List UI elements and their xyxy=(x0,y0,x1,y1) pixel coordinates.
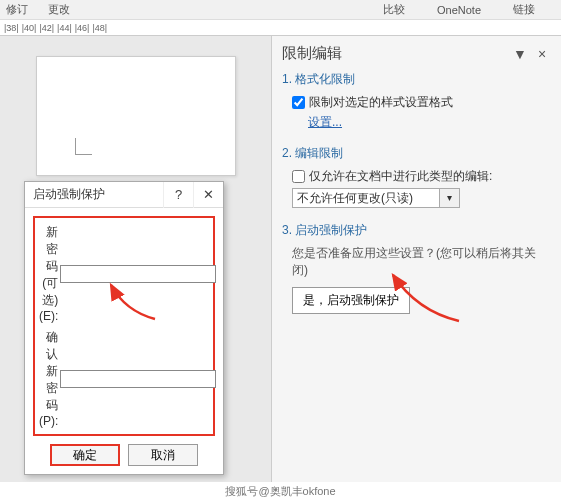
page xyxy=(36,56,236,176)
word-ribbon-fragment: 修订 更改 比较 OneNote 链接 xyxy=(0,0,561,20)
select-value: 不允许任何更改(只读) xyxy=(297,190,413,207)
yes-start-enforcing-button[interactable]: 是，启动强制保护 xyxy=(292,287,410,314)
panel-options-icon[interactable]: ▼ xyxy=(511,46,529,62)
dialog-titlebar: 启动强制保护 ? ✕ xyxy=(25,182,223,208)
checkbox-label: 限制对选定的样式设置格式 xyxy=(309,94,453,111)
editing-restrictions-section: 2. 编辑限制 仅允许在文档中进行此类型的编辑: 不允许任何更改(只读) ▾ xyxy=(282,145,551,208)
document-canvas[interactable]: 启动强制保护 ? ✕ 新密码(可选)(E): 确认新密码(P): xyxy=(0,36,271,482)
ok-button[interactable]: 确定 xyxy=(50,444,120,466)
ribbon-label: 更改 xyxy=(48,2,70,17)
editing-type-select[interactable]: 不允许任何更改(只读) xyxy=(292,188,440,208)
format-restrict-checkbox[interactable] xyxy=(292,96,305,109)
editing-restrict-checkbox[interactable] xyxy=(292,170,305,183)
format-restrictions-section: 1. 格式化限制 限制对选定的样式设置格式 设置... xyxy=(282,71,551,131)
editing-restrict-checkbox-row[interactable]: 仅允许在文档中进行此类型的编辑: xyxy=(292,168,551,185)
new-password-input[interactable] xyxy=(60,265,216,283)
close-icon[interactable]: × xyxy=(533,46,551,62)
enforce-protection-dialog: 启动强制保护 ? ✕ 新密码(可选)(E): 确认新密码(P): xyxy=(24,181,224,475)
section-description: 您是否准备应用这些设置？(您可以稍后将其关闭) xyxy=(292,245,551,279)
ribbon-label: 链接 xyxy=(513,2,535,17)
cancel-button[interactable]: 取消 xyxy=(128,444,198,466)
new-password-label: 新密码(可选)(E): xyxy=(39,224,60,323)
close-icon[interactable]: ✕ xyxy=(193,182,223,208)
confirm-password-input[interactable] xyxy=(60,370,216,388)
chevron-down-icon[interactable]: ▾ xyxy=(440,188,460,208)
help-button[interactable]: ? xyxy=(163,182,193,208)
format-restrict-checkbox-row[interactable]: 限制对选定的样式设置格式 xyxy=(292,94,551,111)
settings-link[interactable]: 设置... xyxy=(308,114,551,131)
section-heading: 3. 启动强制保护 xyxy=(282,222,551,239)
horizontal-ruler: |38| |40| |42| |44| |46| |48| xyxy=(0,20,561,36)
confirm-password-label: 确认新密码(P): xyxy=(39,329,60,428)
dialog-title: 启动强制保护 xyxy=(33,186,105,203)
ribbon-label: OneNote xyxy=(437,4,481,16)
checkbox-label: 仅允许在文档中进行此类型的编辑: xyxy=(309,168,492,185)
highlight-box: 新密码(可选)(E): 确认新密码(P): xyxy=(33,216,215,436)
ribbon-label: 修订 xyxy=(6,2,28,17)
panel-title: 限制编辑 xyxy=(282,44,342,63)
start-enforcement-section: 3. 启动强制保护 您是否准备应用这些设置？(您可以稍后将其关闭) 是，启动强制… xyxy=(282,222,551,314)
restrict-editing-panel: 限制编辑 ▼ × 1. 格式化限制 限制对选定的样式设置格式 设置... 2. … xyxy=(271,36,561,482)
watermark-footer: 搜狐号@奥凯丰okfone xyxy=(0,482,561,500)
ribbon-label: 比较 xyxy=(383,2,405,17)
section-heading: 1. 格式化限制 xyxy=(282,71,551,88)
section-heading: 2. 编辑限制 xyxy=(282,145,551,162)
